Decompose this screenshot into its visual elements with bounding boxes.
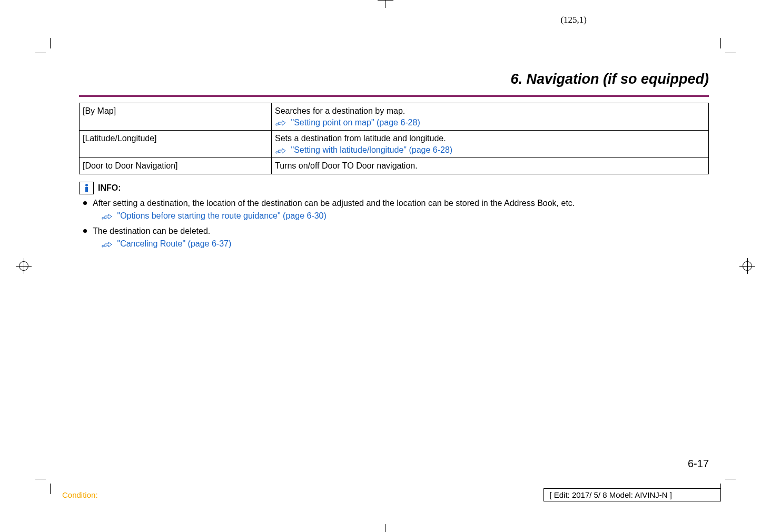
option-label: [Door to Door Navigation]	[80, 158, 272, 174]
folio-number: (125,1)	[560, 15, 587, 25]
page-content: [By Map] Searches for a destination by m…	[79, 103, 709, 250]
option-description: Sets a destination from latitude and lon…	[272, 131, 709, 158]
info-label: INFO:	[98, 183, 121, 193]
chapter-title: 6. Navigation (if so equipped)	[79, 71, 709, 92]
page-header: 6. Navigation (if so equipped)	[79, 71, 709, 97]
cross-reference-link[interactable]: "Setting point on map" (page 6-28)	[291, 118, 420, 127]
list-item: The destination can be deleted. "Canceli…	[79, 225, 709, 250]
hand-pointer-icon	[275, 119, 286, 126]
table-row: [Latitude/Longitude] Sets a destination …	[80, 131, 709, 158]
cross-reference-link[interactable]: "Options before starting the route guida…	[117, 211, 326, 220]
condition-label: Condition:	[62, 490, 98, 499]
hand-pointer-icon	[101, 213, 113, 220]
cross-reference-link[interactable]: "Setting with latitude/longitude" (page …	[291, 145, 452, 154]
option-label: [By Map]	[80, 103, 272, 131]
cross-reference-link[interactable]: "Canceling Route" (page 6-37)	[117, 239, 231, 248]
info-item-text: After setting a destination, the locatio…	[93, 199, 575, 208]
register-target-left	[16, 258, 32, 274]
option-desc-text: Sets a destination from latitude and lon…	[275, 134, 446, 143]
header-rule	[79, 95, 709, 97]
list-item: After setting a destination, the locatio…	[79, 198, 709, 222]
hand-pointer-icon	[275, 147, 286, 154]
option-description: Turns on/off Door TO Door navigation.	[272, 158, 709, 174]
page-number: 6-17	[688, 458, 709, 470]
info-icon	[79, 182, 94, 194]
options-table: [By Map] Searches for a destination by m…	[79, 103, 709, 174]
option-desc-text: Turns on/off Door TO Door navigation.	[275, 161, 418, 170]
info-list: After setting a destination, the locatio…	[79, 198, 709, 250]
table-row: [By Map] Searches for a destination by m…	[80, 103, 709, 131]
option-label: [Latitude/Longitude]	[80, 131, 272, 158]
table-row: [Door to Door Navigation] Turns on/off D…	[80, 158, 709, 174]
option-description: Searches for a destination by map. "Sett…	[272, 103, 709, 131]
info-header: INFO:	[79, 182, 709, 194]
option-desc-text: Searches for a destination by map.	[275, 106, 405, 115]
register-mark-bottom	[378, 524, 393, 532]
edit-info-box: [ Edit: 2017/ 5/ 8 Model: AIVINJ-N ]	[543, 488, 721, 501]
register-mark-top	[378, 0, 393, 8]
hand-pointer-icon	[101, 241, 113, 248]
info-item-text: The destination can be deleted.	[93, 226, 210, 235]
register-target-right	[739, 258, 755, 274]
